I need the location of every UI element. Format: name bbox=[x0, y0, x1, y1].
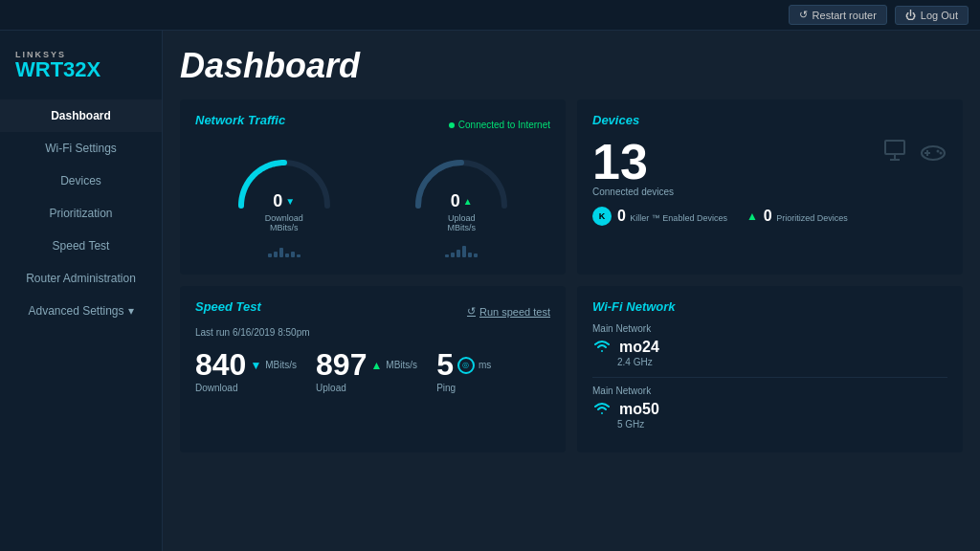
svg-point-8 bbox=[937, 150, 940, 153]
devices-stats: K 0 Killer ™ Enabled Devices ▲ 0 Priorit… bbox=[592, 207, 947, 226]
wifi-icon-5 bbox=[592, 400, 612, 419]
speed-stats: 840 ▼ MBits/s Download 897 ▲ bbox=[195, 347, 550, 393]
download-value: 0 ▼ bbox=[273, 191, 295, 211]
dashboard-grid: Network Traffic Connected to Internet bbox=[180, 99, 963, 452]
devices-count: 13 bbox=[592, 137, 674, 187]
page-title: Dashboard bbox=[180, 46, 963, 86]
wifi-ssid-5: mo50 bbox=[619, 401, 659, 418]
wifi-network-title: Wi-Fi Network bbox=[592, 299, 947, 314]
wifi-network-item-5: Main Network mo50 5 GHz bbox=[592, 386, 947, 430]
upload-speed-label: Upload bbox=[316, 383, 417, 393]
download-gauge: 0 ▼ Download MBits/s bbox=[232, 148, 337, 257]
mini-bar bbox=[297, 254, 301, 257]
killer-stat: K 0 Killer ™ Enabled Devices bbox=[592, 207, 727, 226]
ping-label: Ping bbox=[436, 383, 491, 393]
killer-label: Killer ™ Enabled Devices bbox=[630, 213, 727, 223]
svg-rect-2 bbox=[885, 141, 904, 154]
wifi-network-section-label-24: Main Network bbox=[592, 323, 947, 334]
chevron-down-icon: ▾ bbox=[128, 304, 134, 318]
mini-bar bbox=[474, 253, 478, 257]
connection-status: Connected to Internet bbox=[449, 120, 550, 130]
traffic-header: Network Traffic Connected to Internet bbox=[195, 113, 550, 137]
download-speed-label: Download bbox=[195, 383, 297, 393]
wifi-freq-24: 2.4 GHz bbox=[617, 357, 947, 367]
speed-up-arrow-icon: ▲ bbox=[370, 359, 382, 372]
connected-dot bbox=[449, 122, 455, 128]
main-content: Dashboard Network Traffic Connected to I… bbox=[163, 31, 980, 551]
network-traffic-card: Network Traffic Connected to Internet bbox=[180, 99, 566, 275]
wifi-network-section-label-5: Main Network bbox=[592, 386, 947, 396]
download-speed-stat: 840 ▼ MBits/s Download bbox=[195, 347, 297, 393]
mini-bar bbox=[279, 248, 283, 257]
upload-arrow-icon: ▲ bbox=[463, 196, 473, 207]
last-run-label: Last run 6/16/2019 8:50pm bbox=[195, 327, 550, 338]
speed-down-arrow-icon: ▼ bbox=[250, 359, 261, 372]
sidebar-nav: Dashboard Wi-Fi Settings Devices Priorit… bbox=[0, 99, 162, 327]
upload-mini-bars bbox=[445, 238, 478, 257]
gamepad-icon bbox=[919, 137, 947, 165]
sidebar-item-wifi-settings[interactable]: Wi-Fi Settings bbox=[0, 132, 162, 165]
killer-count: 0 bbox=[617, 208, 626, 224]
main-layout: LINKSYS WRT32X Dashboard Wi-Fi Settings … bbox=[0, 31, 980, 551]
speed-test-header: Speed Test ↺ Run speed test bbox=[195, 299, 550, 323]
wifi-icon-24 bbox=[592, 338, 612, 357]
mini-bar bbox=[462, 246, 466, 257]
wifi-freq-5: 5 GHz bbox=[617, 419, 947, 430]
mini-bar bbox=[274, 252, 278, 257]
restart-icon: ↺ bbox=[799, 9, 808, 21]
ping-value: 5 bbox=[436, 347, 454, 383]
devices-title: Devices bbox=[592, 113, 947, 127]
restart-router-button[interactable]: ↺ Restart router bbox=[789, 5, 887, 25]
upload-label: Upload MBits/s bbox=[447, 213, 476, 232]
mini-bar bbox=[285, 253, 289, 257]
ping-icon: ◎ bbox=[457, 357, 475, 374]
wifi-name-row-24: mo24 bbox=[592, 338, 947, 357]
speed-test-card: Speed Test ↺ Run speed test Last run 6/1… bbox=[180, 286, 566, 452]
mini-bar bbox=[457, 250, 460, 257]
network-traffic-title: Network Traffic bbox=[195, 113, 285, 127]
prioritized-stat: ▲ 0 Prioritized Devices bbox=[746, 207, 848, 226]
desktop-icon bbox=[882, 137, 911, 165]
prioritized-arrow-icon: ▲ bbox=[746, 209, 758, 223]
power-icon: ⏻ bbox=[905, 10, 916, 21]
run-speed-test-link[interactable]: ↺ Run speed test bbox=[467, 305, 550, 318]
sidebar-item-dashboard[interactable]: Dashboard bbox=[0, 99, 162, 132]
devices-count-section: 13 Connected devices bbox=[592, 137, 674, 197]
sidebar-item-advanced[interactable]: Advanced Settings ▾ bbox=[0, 295, 162, 327]
devices-icons bbox=[882, 137, 947, 165]
mini-bar bbox=[291, 252, 295, 257]
gauges-container: 0 ▼ Download MBits/s bbox=[195, 144, 550, 261]
upload-gauge: 0 ▲ Upload MBits/s bbox=[409, 148, 514, 257]
mini-bar bbox=[268, 253, 272, 257]
upload-value: 0 ▲ bbox=[451, 191, 473, 211]
wifi-ssid-24: mo24 bbox=[619, 339, 659, 356]
devices-content: 13 Connected devices bbox=[592, 137, 947, 197]
wifi-network-item-24: Main Network mo24 2.4 GHz bbox=[592, 323, 947, 367]
download-speed-value: 840 bbox=[195, 347, 246, 383]
upload-speed-value: 897 bbox=[316, 347, 367, 383]
upload-speed-stat: 897 ▲ MBits/s Upload bbox=[316, 347, 417, 393]
model-name: WRT32X bbox=[15, 59, 146, 80]
sidebar-item-prioritization[interactable]: Prioritization bbox=[0, 197, 162, 230]
prioritized-label: Prioritized Devices bbox=[776, 213, 848, 223]
mini-bar bbox=[468, 253, 472, 257]
speed-test-title: Speed Test bbox=[195, 299, 261, 314]
mini-bar bbox=[451, 253, 455, 257]
sidebar: LINKSYS WRT32X Dashboard Wi-Fi Settings … bbox=[0, 31, 163, 551]
devices-card: Devices 13 Connected devices bbox=[577, 99, 963, 275]
download-label: Download MBits/s bbox=[265, 213, 303, 232]
killer-badge: K bbox=[592, 207, 612, 226]
download-arrow-icon: ▼ bbox=[285, 196, 295, 207]
sidebar-logo: LINKSYS WRT32X bbox=[0, 40, 162, 99]
wifi-name-row-5: mo50 bbox=[592, 400, 947, 419]
download-mini-bars bbox=[268, 238, 301, 257]
topbar: ↺ Restart router ⏻ Log Out bbox=[0, 0, 980, 31]
sidebar-item-speed-test[interactable]: Speed Test bbox=[0, 230, 162, 262]
devices-count-label: Connected devices bbox=[592, 187, 674, 197]
wifi-divider bbox=[592, 377, 947, 378]
logout-button[interactable]: ⏻ Log Out bbox=[895, 6, 969, 25]
wifi-network-card: Wi-Fi Network Main Network mo24 bbox=[577, 286, 963, 452]
sidebar-item-router-admin[interactable]: Router Administration bbox=[0, 262, 162, 295]
refresh-icon: ↺ bbox=[467, 305, 476, 318]
sidebar-item-devices[interactable]: Devices bbox=[0, 165, 162, 197]
